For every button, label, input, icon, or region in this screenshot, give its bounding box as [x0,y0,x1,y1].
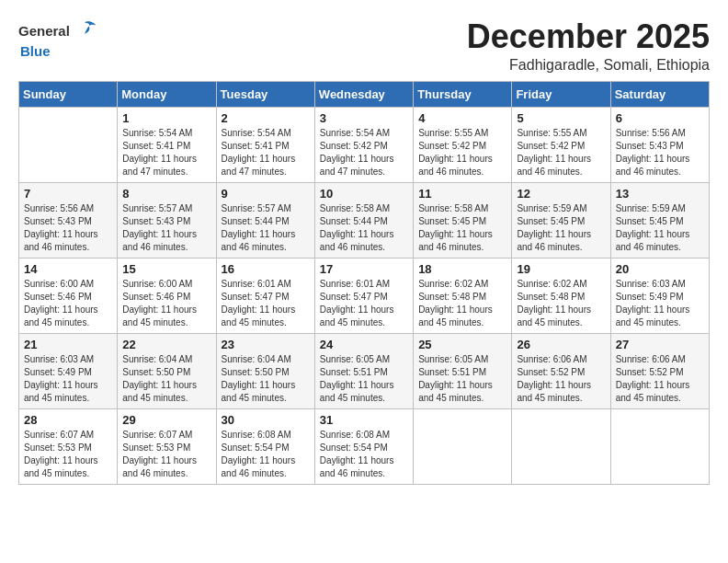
day-number: 28 [24,413,112,427]
calendar-cell: 31Sunrise: 6:08 AM Sunset: 5:54 PM Dayli… [314,408,413,484]
day-number: 24 [320,338,408,351]
month-title: December 2025 [467,18,710,55]
calendar-cell: 10Sunrise: 5:58 AM Sunset: 5:44 PM Dayli… [314,182,413,258]
day-number: 9 [222,187,310,201]
day-info: Sunrise: 6:03 AM Sunset: 5:49 PM Dayligh… [616,278,704,329]
calendar-cell: 27Sunrise: 6:06 AM Sunset: 5:52 PM Dayli… [610,333,709,408]
calendar-cell: 19Sunrise: 6:02 AM Sunset: 5:48 PM Dayli… [512,258,610,333]
day-header-friday: Friday [512,81,610,107]
day-number: 5 [517,111,605,125]
calendar-cell: 29Sunrise: 6:07 AM Sunset: 5:53 PM Dayli… [118,408,216,484]
calendar-cell: 21Sunrise: 6:03 AM Sunset: 5:49 PM Dayli… [19,333,118,408]
day-number: 6 [616,111,704,125]
logo-general: General [18,24,70,40]
day-info: Sunrise: 6:00 AM Sunset: 5:46 PM Dayligh… [24,278,112,329]
calendar-cell: 7Sunrise: 5:56 AM Sunset: 5:43 PM Daylig… [19,182,118,258]
calendar-cell: 11Sunrise: 5:58 AM Sunset: 5:45 PM Dayli… [414,182,512,258]
day-info: Sunrise: 5:56 AM Sunset: 5:43 PM Dayligh… [24,202,112,254]
day-info: Sunrise: 5:57 AM Sunset: 5:44 PM Dayligh… [222,202,310,254]
day-number: 12 [517,187,605,201]
day-number: 27 [616,338,704,351]
calendar-cell [512,408,610,484]
calendar-cell: 17Sunrise: 6:01 AM Sunset: 5:47 PM Dayli… [314,258,413,333]
day-number: 3 [320,111,408,125]
calendar-cell: 24Sunrise: 6:05 AM Sunset: 5:51 PM Dayli… [314,333,413,408]
calendar-cell: 3Sunrise: 5:54 AM Sunset: 5:42 PM Daylig… [314,107,413,182]
day-info: Sunrise: 6:06 AM Sunset: 5:52 PM Dayligh… [616,353,704,405]
calendar-cell: 22Sunrise: 6:04 AM Sunset: 5:50 PM Dayli… [118,333,216,408]
day-header-thursday: Thursday [414,81,512,107]
calendar-cell [610,408,709,484]
day-info: Sunrise: 6:07 AM Sunset: 5:53 PM Dayligh… [24,429,112,480]
day-header-monday: Monday [118,81,216,107]
day-number: 10 [320,187,408,201]
calendar-cell: 26Sunrise: 6:06 AM Sunset: 5:52 PM Dayli… [512,333,610,408]
calendar-cell: 15Sunrise: 6:00 AM Sunset: 5:46 PM Dayli… [118,258,216,333]
calendar-cell: 12Sunrise: 5:59 AM Sunset: 5:45 PM Dayli… [512,182,610,258]
day-number: 22 [122,338,210,351]
day-info: Sunrise: 6:03 AM Sunset: 5:49 PM Dayligh… [24,353,112,405]
day-info: Sunrise: 5:59 AM Sunset: 5:45 PM Dayligh… [517,202,605,254]
calendar-cell: 30Sunrise: 6:08 AM Sunset: 5:54 PM Dayli… [216,408,314,484]
day-number: 8 [122,187,210,201]
calendar-table: SundayMondayTuesdayWednesdayThursdayFrid… [18,81,710,485]
day-number: 20 [616,262,704,276]
calendar-cell: 6Sunrise: 5:56 AM Sunset: 5:43 PM Daylig… [610,107,709,182]
day-header-saturday: Saturday [610,81,709,107]
day-number: 16 [222,262,310,276]
calendar-cell [19,107,118,182]
day-number: 26 [517,338,605,351]
day-number: 11 [418,187,506,201]
day-number: 2 [222,111,310,125]
day-info: Sunrise: 6:08 AM Sunset: 5:54 PM Dayligh… [222,429,310,480]
day-info: Sunrise: 6:06 AM Sunset: 5:52 PM Dayligh… [517,353,605,405]
day-number: 25 [418,338,506,351]
day-info: Sunrise: 6:04 AM Sunset: 5:50 PM Dayligh… [222,353,310,405]
day-number: 13 [616,187,704,201]
calendar-week-row: 14Sunrise: 6:00 AM Sunset: 5:46 PM Dayli… [19,258,710,333]
day-info: Sunrise: 6:05 AM Sunset: 5:51 PM Dayligh… [320,353,408,405]
calendar-cell: 23Sunrise: 6:04 AM Sunset: 5:50 PM Dayli… [216,333,314,408]
day-info: Sunrise: 6:00 AM Sunset: 5:46 PM Dayligh… [122,278,210,329]
calendar-cell: 13Sunrise: 5:59 AM Sunset: 5:45 PM Dayli… [610,182,709,258]
calendar-header-row: SundayMondayTuesdayWednesdayThursdayFrid… [19,81,710,107]
calendar-cell [414,408,512,484]
day-number: 1 [122,111,210,125]
day-info: Sunrise: 6:01 AM Sunset: 5:47 PM Dayligh… [222,278,310,329]
calendar-cell: 1Sunrise: 5:54 AM Sunset: 5:41 PM Daylig… [118,107,216,182]
day-info: Sunrise: 5:54 AM Sunset: 5:42 PM Dayligh… [320,127,408,178]
calendar-cell: 16Sunrise: 6:01 AM Sunset: 5:47 PM Dayli… [216,258,314,333]
day-info: Sunrise: 6:08 AM Sunset: 5:54 PM Dayligh… [320,429,408,480]
calendar-week-row: 28Sunrise: 6:07 AM Sunset: 5:53 PM Dayli… [19,408,710,484]
day-number: 4 [418,111,506,125]
day-number: 15 [122,262,210,276]
calendar-cell: 8Sunrise: 5:57 AM Sunset: 5:43 PM Daylig… [118,182,216,258]
day-info: Sunrise: 5:54 AM Sunset: 5:41 PM Dayligh… [122,127,210,178]
calendar-cell: 28Sunrise: 6:07 AM Sunset: 5:53 PM Dayli… [19,408,118,484]
logo: General Blue [18,18,97,60]
day-info: Sunrise: 5:55 AM Sunset: 5:42 PM Dayligh… [517,127,605,178]
day-number: 29 [122,413,210,427]
day-info: Sunrise: 5:58 AM Sunset: 5:45 PM Dayligh… [418,202,506,254]
day-number: 30 [222,413,310,427]
day-number: 7 [24,187,112,201]
calendar-cell: 9Sunrise: 5:57 AM Sunset: 5:44 PM Daylig… [216,182,314,258]
day-info: Sunrise: 6:02 AM Sunset: 5:48 PM Dayligh… [517,278,605,329]
day-number: 23 [222,338,310,351]
day-header-wednesday: Wednesday [314,81,413,107]
calendar-cell: 14Sunrise: 6:00 AM Sunset: 5:46 PM Dayli… [19,258,118,333]
day-number: 17 [320,262,408,276]
day-info: Sunrise: 5:54 AM Sunset: 5:41 PM Dayligh… [222,127,310,178]
title-section: December 2025 Fadhigaradle, Somali, Ethi… [467,18,710,74]
calendar-cell: 18Sunrise: 6:02 AM Sunset: 5:48 PM Dayli… [414,258,512,333]
calendar-cell: 4Sunrise: 5:55 AM Sunset: 5:42 PM Daylig… [414,107,512,182]
calendar-week-row: 7Sunrise: 5:56 AM Sunset: 5:43 PM Daylig… [19,182,710,258]
day-info: Sunrise: 5:55 AM Sunset: 5:42 PM Dayligh… [418,127,506,178]
location-subtitle: Fadhigaradle, Somali, Ethiopia [467,57,710,74]
calendar-week-row: 21Sunrise: 6:03 AM Sunset: 5:49 PM Dayli… [19,333,710,408]
page-header: General Blue December 2025 Fadhigaradle,… [18,18,710,74]
day-info: Sunrise: 6:02 AM Sunset: 5:48 PM Dayligh… [418,278,506,329]
day-info: Sunrise: 5:56 AM Sunset: 5:43 PM Dayligh… [616,127,704,178]
calendar-cell: 20Sunrise: 6:03 AM Sunset: 5:49 PM Dayli… [610,258,709,333]
calendar-week-row: 1Sunrise: 5:54 AM Sunset: 5:41 PM Daylig… [19,107,710,182]
